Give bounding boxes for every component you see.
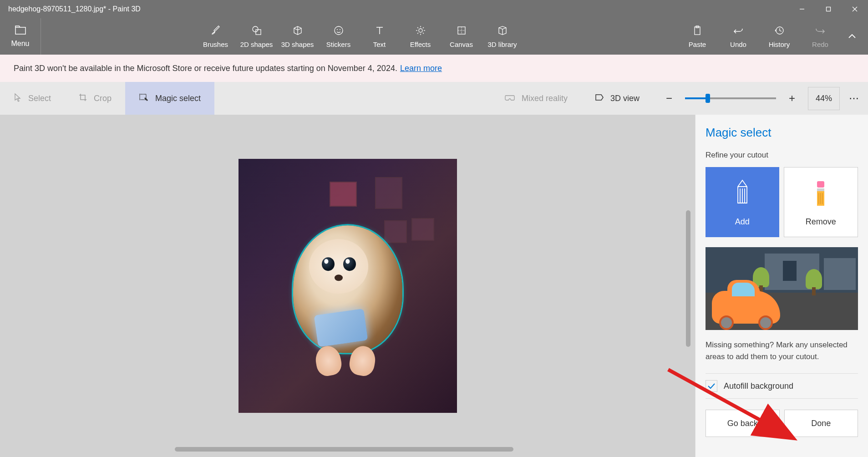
brushes-tool[interactable]: Brushes [195,18,236,55]
mixed-reality-icon [504,93,515,104]
shapes2d-label: 2D shapes [240,41,273,48]
svg-point-9 [340,29,340,30]
horizontal-scrollbar[interactable] [175,447,513,452]
remove-label: Remove [806,217,836,227]
stickers-label: Stickers [326,41,350,48]
shapes3d-icon [292,25,303,39]
deprecation-banner: Paint 3D won't be available in the Micro… [0,55,868,82]
view3d-icon [595,93,604,104]
library3d-tool[interactable]: 3D library [482,18,523,55]
undo-label: Undo [730,41,746,48]
paste-icon [692,25,703,39]
close-button[interactable] [842,0,868,18]
svg-line-18 [423,27,424,28]
more-options-button[interactable]: ⋯ [840,92,868,104]
stickers-icon [333,25,344,39]
done-button[interactable]: Done [784,410,858,437]
svg-rect-1 [827,7,831,11]
autofill-checkbox-row[interactable]: Autofill background [706,373,858,399]
text-tool[interactable]: Text [359,18,400,55]
zoom-controls: − + [653,92,808,105]
autofill-label: Autofill background [724,381,793,391]
brush-icon [210,25,221,39]
history-label: History [769,41,790,48]
canvas-icon [456,25,467,39]
effects-tool[interactable]: Effects [400,18,441,55]
hedgehog-selection [284,207,411,371]
stickers-tool[interactable]: Stickers [318,18,359,55]
svg-point-8 [337,29,338,30]
menu-button[interactable]: Menu [0,18,41,55]
redo-tool: Redo [800,18,841,55]
library3d-label: 3D library [487,41,517,48]
eraser-icon [812,178,829,209]
vertical-scrollbar[interactable] [686,210,690,347]
magic-select-panel: Magic select Refine your cutout Add Remo… [695,115,868,457]
banner-text: Paint 3D won't be available in the Micro… [14,64,397,73]
view3d-tool[interactable]: 3D view [581,82,653,115]
secondary-toolbar: Select Crop Magic select Mixed reality 3… [0,82,868,115]
text-label: Text [373,41,386,48]
svg-point-7 [335,26,343,35]
brushes-label: Brushes [203,41,228,48]
main-toolbar: Menu Brushes 2D shapes 3D shapes Sticker… [0,18,868,55]
add-refine-button[interactable]: Add [706,167,779,237]
menu-label: Menu [11,40,29,48]
effects-label: Effects [410,41,431,48]
effects-icon [415,25,426,39]
panel-title: Magic select [706,126,858,140]
zoom-in-button[interactable]: + [785,92,799,105]
banner-learn-more-link[interactable]: Learn more [400,64,442,73]
cursor-icon [14,93,22,104]
crop-tool: Crop [65,82,125,115]
magic-select-icon [139,93,149,104]
zoom-slider[interactable] [685,97,776,99]
zoom-percentage[interactable]: 44% [808,87,840,110]
svg-rect-6 [256,30,261,35]
maximize-button[interactable] [815,0,842,18]
view3d-label: 3D view [610,94,640,103]
svg-rect-4 [15,27,25,34]
paste-tool[interactable]: Paste [677,18,718,55]
canvas-image[interactable] [239,159,457,413]
svg-line-17 [417,33,418,34]
zoom-handle[interactable] [706,94,710,103]
help-text: Missing something? Mark any unselected a… [706,339,858,362]
mixed-reality-label: Mixed reality [522,94,568,103]
canvas-area[interactable] [0,115,695,457]
text-icon [374,25,385,39]
remove-refine-button[interactable]: Remove [784,167,858,237]
svg-rect-27 [817,188,824,191]
go-back-button[interactable]: Go back [706,410,780,437]
svg-rect-26 [817,181,824,188]
autofill-checkbox[interactable] [706,380,717,392]
undo-tool[interactable]: Undo [718,18,759,55]
canvas-tool[interactable]: Canvas [441,18,482,55]
canvas-label: Canvas [450,41,473,48]
window-title: hedgehog-8970511_1280.jpg* - Paint 3D [8,5,141,13]
svg-line-16 [423,33,424,34]
add-label: Add [735,217,750,227]
redo-label: Redo [812,41,828,48]
panel-subtitle: Refine your cutout [706,151,858,160]
crop-icon [78,93,87,104]
shapes3d-label: 3D shapes [281,41,314,48]
undo-icon [733,25,744,39]
paste-label: Paste [689,41,706,48]
shapes2d-tool[interactable]: 2D shapes [236,18,277,55]
shapes3d-tool[interactable]: 3D shapes [277,18,318,55]
collapse-toolbar-button[interactable] [841,18,863,55]
minimize-button[interactable] [789,0,815,18]
magic-select-tool[interactable]: Magic select [125,82,214,115]
shapes2d-icon [251,25,262,39]
preview-image [706,247,858,330]
mixed-reality-tool: Mixed reality [491,82,581,115]
window-controls [789,0,868,18]
history-tool[interactable]: History [759,18,800,55]
svg-point-5 [253,26,258,32]
zoom-out-button[interactable]: − [662,92,676,105]
folder-icon [15,25,26,38]
library3d-icon [497,25,508,39]
redo-icon [815,25,826,39]
select-tool: Select [0,82,65,115]
